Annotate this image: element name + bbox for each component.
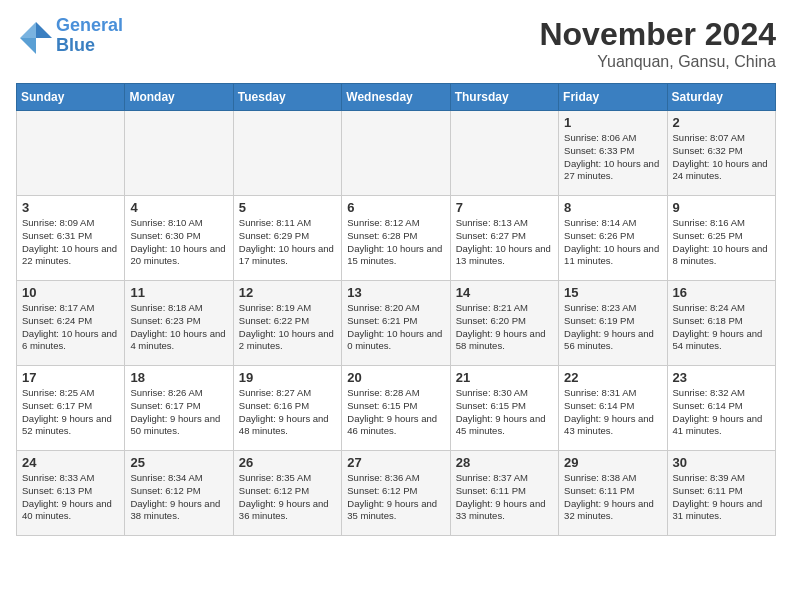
calendar-cell: 13Sunrise: 8:20 AM Sunset: 6:21 PM Dayli… (342, 281, 450, 366)
day-info: Sunrise: 8:24 AM Sunset: 6:18 PM Dayligh… (673, 302, 770, 353)
day-info: Sunrise: 8:28 AM Sunset: 6:15 PM Dayligh… (347, 387, 444, 438)
day-info: Sunrise: 8:33 AM Sunset: 6:13 PM Dayligh… (22, 472, 119, 523)
calendar-cell: 17Sunrise: 8:25 AM Sunset: 6:17 PM Dayli… (17, 366, 125, 451)
calendar-cell: 7Sunrise: 8:13 AM Sunset: 6:27 PM Daylig… (450, 196, 558, 281)
day-info: Sunrise: 8:09 AM Sunset: 6:31 PM Dayligh… (22, 217, 119, 268)
day-number: 9 (673, 200, 770, 215)
day-number: 5 (239, 200, 336, 215)
day-number: 29 (564, 455, 661, 470)
day-number: 1 (564, 115, 661, 130)
logo-line2: Blue (56, 35, 95, 55)
logo-icon (16, 18, 52, 54)
week-row: 24Sunrise: 8:33 AM Sunset: 6:13 PM Dayli… (17, 451, 776, 536)
calendar-cell: 5Sunrise: 8:11 AM Sunset: 6:29 PM Daylig… (233, 196, 341, 281)
calendar-header: SundayMondayTuesdayWednesdayThursdayFrid… (17, 84, 776, 111)
day-info: Sunrise: 8:32 AM Sunset: 6:14 PM Dayligh… (673, 387, 770, 438)
day-number: 24 (22, 455, 119, 470)
calendar-cell: 25Sunrise: 8:34 AM Sunset: 6:12 PM Dayli… (125, 451, 233, 536)
calendar-cell: 11Sunrise: 8:18 AM Sunset: 6:23 PM Dayli… (125, 281, 233, 366)
header-day-thursday: Thursday (450, 84, 558, 111)
day-number: 17 (22, 370, 119, 385)
day-info: Sunrise: 8:07 AM Sunset: 6:32 PM Dayligh… (673, 132, 770, 183)
svg-marker-0 (36, 22, 52, 38)
day-number: 11 (130, 285, 227, 300)
calendar-cell (342, 111, 450, 196)
month-title: November 2024 (539, 16, 776, 53)
calendar-cell: 1Sunrise: 8:06 AM Sunset: 6:33 PM Daylig… (559, 111, 667, 196)
calendar-cell (233, 111, 341, 196)
day-info: Sunrise: 8:11 AM Sunset: 6:29 PM Dayligh… (239, 217, 336, 268)
calendar-cell: 26Sunrise: 8:35 AM Sunset: 6:12 PM Dayli… (233, 451, 341, 536)
day-number: 14 (456, 285, 553, 300)
day-info: Sunrise: 8:30 AM Sunset: 6:15 PM Dayligh… (456, 387, 553, 438)
day-number: 4 (130, 200, 227, 215)
day-number: 8 (564, 200, 661, 215)
calendar-cell: 10Sunrise: 8:17 AM Sunset: 6:24 PM Dayli… (17, 281, 125, 366)
calendar-cell: 14Sunrise: 8:21 AM Sunset: 6:20 PM Dayli… (450, 281, 558, 366)
day-info: Sunrise: 8:38 AM Sunset: 6:11 PM Dayligh… (564, 472, 661, 523)
calendar-body: 1Sunrise: 8:06 AM Sunset: 6:33 PM Daylig… (17, 111, 776, 536)
day-info: Sunrise: 8:27 AM Sunset: 6:16 PM Dayligh… (239, 387, 336, 438)
day-info: Sunrise: 8:39 AM Sunset: 6:11 PM Dayligh… (673, 472, 770, 523)
week-row: 10Sunrise: 8:17 AM Sunset: 6:24 PM Dayli… (17, 281, 776, 366)
calendar-cell: 23Sunrise: 8:32 AM Sunset: 6:14 PM Dayli… (667, 366, 775, 451)
day-number: 10 (22, 285, 119, 300)
day-number: 28 (456, 455, 553, 470)
day-info: Sunrise: 8:14 AM Sunset: 6:26 PM Dayligh… (564, 217, 661, 268)
day-number: 21 (456, 370, 553, 385)
week-row: 17Sunrise: 8:25 AM Sunset: 6:17 PM Dayli… (17, 366, 776, 451)
calendar-cell: 4Sunrise: 8:10 AM Sunset: 6:30 PM Daylig… (125, 196, 233, 281)
week-row: 1Sunrise: 8:06 AM Sunset: 6:33 PM Daylig… (17, 111, 776, 196)
day-info: Sunrise: 8:34 AM Sunset: 6:12 PM Dayligh… (130, 472, 227, 523)
day-info: Sunrise: 8:18 AM Sunset: 6:23 PM Dayligh… (130, 302, 227, 353)
day-info: Sunrise: 8:35 AM Sunset: 6:12 PM Dayligh… (239, 472, 336, 523)
day-info: Sunrise: 8:36 AM Sunset: 6:12 PM Dayligh… (347, 472, 444, 523)
day-number: 12 (239, 285, 336, 300)
logo-line1: General (56, 15, 123, 35)
calendar-cell: 29Sunrise: 8:38 AM Sunset: 6:11 PM Dayli… (559, 451, 667, 536)
calendar-cell: 6Sunrise: 8:12 AM Sunset: 6:28 PM Daylig… (342, 196, 450, 281)
svg-marker-2 (20, 38, 36, 54)
day-number: 30 (673, 455, 770, 470)
day-number: 3 (22, 200, 119, 215)
header-day-monday: Monday (125, 84, 233, 111)
day-info: Sunrise: 8:31 AM Sunset: 6:14 PM Dayligh… (564, 387, 661, 438)
day-info: Sunrise: 8:13 AM Sunset: 6:27 PM Dayligh… (456, 217, 553, 268)
day-number: 6 (347, 200, 444, 215)
logo: General Blue (16, 16, 123, 56)
header: General Blue November 2024 Yuanquan, Gan… (16, 16, 776, 71)
day-number: 25 (130, 455, 227, 470)
calendar-cell: 15Sunrise: 8:23 AM Sunset: 6:19 PM Dayli… (559, 281, 667, 366)
day-info: Sunrise: 8:25 AM Sunset: 6:17 PM Dayligh… (22, 387, 119, 438)
day-info: Sunrise: 8:06 AM Sunset: 6:33 PM Dayligh… (564, 132, 661, 183)
calendar-cell: 28Sunrise: 8:37 AM Sunset: 6:11 PM Dayli… (450, 451, 558, 536)
day-info: Sunrise: 8:10 AM Sunset: 6:30 PM Dayligh… (130, 217, 227, 268)
calendar-cell: 8Sunrise: 8:14 AM Sunset: 6:26 PM Daylig… (559, 196, 667, 281)
day-number: 7 (456, 200, 553, 215)
day-info: Sunrise: 8:21 AM Sunset: 6:20 PM Dayligh… (456, 302, 553, 353)
calendar-cell: 20Sunrise: 8:28 AM Sunset: 6:15 PM Dayli… (342, 366, 450, 451)
svg-marker-1 (20, 22, 36, 38)
header-day-sunday: Sunday (17, 84, 125, 111)
day-info: Sunrise: 8:17 AM Sunset: 6:24 PM Dayligh… (22, 302, 119, 353)
header-row: SundayMondayTuesdayWednesdayThursdayFrid… (17, 84, 776, 111)
day-info: Sunrise: 8:26 AM Sunset: 6:17 PM Dayligh… (130, 387, 227, 438)
calendar-cell: 24Sunrise: 8:33 AM Sunset: 6:13 PM Dayli… (17, 451, 125, 536)
day-number: 19 (239, 370, 336, 385)
header-day-friday: Friday (559, 84, 667, 111)
day-number: 16 (673, 285, 770, 300)
day-number: 13 (347, 285, 444, 300)
day-number: 20 (347, 370, 444, 385)
day-number: 2 (673, 115, 770, 130)
calendar-cell: 22Sunrise: 8:31 AM Sunset: 6:14 PM Dayli… (559, 366, 667, 451)
header-day-saturday: Saturday (667, 84, 775, 111)
calendar-cell: 3Sunrise: 8:09 AM Sunset: 6:31 PM Daylig… (17, 196, 125, 281)
calendar-cell: 30Sunrise: 8:39 AM Sunset: 6:11 PM Dayli… (667, 451, 775, 536)
title-area: November 2024 Yuanquan, Gansu, China (539, 16, 776, 71)
day-info: Sunrise: 8:19 AM Sunset: 6:22 PM Dayligh… (239, 302, 336, 353)
day-number: 26 (239, 455, 336, 470)
calendar-cell: 9Sunrise: 8:16 AM Sunset: 6:25 PM Daylig… (667, 196, 775, 281)
day-number: 23 (673, 370, 770, 385)
calendar-cell (17, 111, 125, 196)
calendar-cell: 16Sunrise: 8:24 AM Sunset: 6:18 PM Dayli… (667, 281, 775, 366)
